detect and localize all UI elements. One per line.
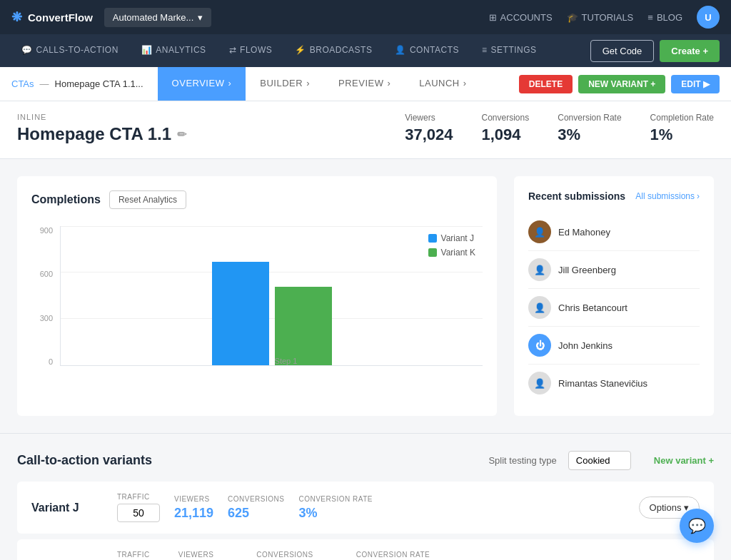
tab-builder-arrow: › — [306, 78, 310, 88]
split-type-select[interactable]: Cookied — [568, 451, 631, 470]
submission-name-5: Rimantas Stanevičius — [558, 378, 647, 389]
list-item: 👤 Chris Betancourt — [528, 289, 700, 327]
submission-name-2: Jill Greenberg — [558, 265, 616, 275]
avatar: 👤 — [528, 372, 551, 394]
settings-icon: ≡ — [482, 45, 488, 55]
variant-j-traffic: TRAFFIC — [117, 493, 160, 522]
nav-item-analytics[interactable]: 📊 ANALYTICS — [131, 36, 216, 66]
all-submissions-text: All submissions — [635, 191, 695, 201]
viewers-label-j: VIEWERS — [174, 495, 213, 503]
tab-preview[interactable]: PREVIEW › — [324, 67, 405, 101]
create-button[interactable]: Create + — [660, 40, 720, 62]
avatar-initial: U — [705, 12, 711, 23]
submission-name-3: Chris Betancourt — [558, 302, 627, 313]
new-variant-link[interactable]: New variant + — [654, 455, 714, 466]
blog-link[interactable]: ≡ BLOG — [647, 12, 682, 23]
delete-button[interactable]: DELETE — [519, 75, 573, 93]
variant-card-header: Variant J TRAFFIC VIEWERS 21,119 CONVERS… — [31, 493, 700, 522]
all-submissions-arrow: › — [697, 191, 700, 201]
tab-items: OVERVIEW › BUILDER › PREVIEW › LAUNCH › — [158, 67, 481, 101]
split-testing-label: Split testing type — [488, 455, 556, 466]
tab-actions: DELETE NEW VARIANT + EDIT ▶ — [519, 67, 731, 101]
bar-variant-k — [275, 287, 332, 365]
chart-header: Completions Reset Analytics — [31, 190, 483, 209]
all-submissions-link[interactable]: All submissions › — [635, 191, 700, 201]
x-label-step1: Step 1 — [275, 357, 298, 365]
tab-launch-label: LAUNCH — [419, 78, 459, 88]
user-avatar[interactable]: U — [697, 6, 720, 29]
nav-item-flows[interactable]: ⇄ FLOWS — [219, 36, 283, 66]
secondary-nav-actions: Get Code Create + — [590, 40, 720, 62]
list-item: ⏻ John Jenkins — [528, 327, 700, 365]
nav-item-cta[interactable]: 💬 CALLS-TO-ACTION — [11, 36, 128, 66]
legend-dot-k — [428, 248, 437, 257]
stat-conv-rate-value: 3% — [558, 126, 621, 144]
cta-icon: 💬 — [21, 45, 33, 55]
accounts-label: ACCOUNTS — [500, 12, 553, 23]
partial-viewers: VIEWERS — [178, 551, 214, 560]
tab-overview[interactable]: OVERVIEW › — [158, 67, 246, 101]
logo[interactable]: ❋ ConvertFlow — [11, 9, 93, 25]
legend-label-k: Variant K — [441, 248, 475, 258]
legend-label-j: Variant J — [441, 233, 474, 243]
tab-launch-arrow: › — [463, 78, 467, 88]
contacts-icon: 👤 — [395, 45, 406, 55]
tutorials-icon: 🎓 — [567, 12, 578, 23]
traffic-input-j[interactable] — [117, 504, 160, 522]
accounts-link[interactable]: ⊞ ACCOUNTS — [489, 12, 553, 23]
breadcrumb-current: Homepage CTA 1.1... — [55, 78, 143, 89]
y-label-0: 0 — [31, 357, 53, 366]
submissions-header: Recent submissions All submissions › — [528, 190, 700, 202]
tab-overview-label: OVERVIEW — [172, 78, 225, 88]
tab-launch[interactable]: LAUNCH › — [405, 67, 480, 101]
chart-x-labels: Step 1 — [89, 357, 483, 365]
traffic-label: TRAFFIC — [117, 493, 160, 501]
y-label-900: 900 — [31, 226, 53, 235]
stat-conversion-rate: Conversion Rate 3% — [558, 113, 621, 144]
chat-button[interactable]: 💬 — [680, 509, 714, 543]
partial-traffic: TRAFFIC — [117, 551, 150, 560]
submission-name-4: John Jenkins — [558, 340, 612, 351]
chart-section: Completions Reset Analytics 900 600 300 … — [17, 176, 497, 416]
split-type-container: Cookied — [568, 451, 631, 470]
stat-completion-value: 1% — [650, 126, 714, 144]
nav-item-contacts[interactable]: 👤 CONTACTS — [385, 36, 469, 66]
bar-variant-j — [212, 262, 269, 365]
reset-analytics-button[interactable]: Reset Analytics — [109, 190, 186, 209]
get-code-button[interactable]: Get Code — [590, 40, 655, 62]
tutorials-link[interactable]: 🎓 TUTORIALS — [567, 12, 634, 23]
new-variant-button[interactable]: NEW VARIANT + — [578, 75, 665, 93]
flows-icon: ⇄ — [229, 45, 237, 55]
chart-y-axis: 900 600 300 0 — [31, 226, 53, 383]
tutorials-label: TUTORIALS — [582, 12, 634, 23]
tab-builder[interactable]: BUILDER › — [246, 67, 324, 101]
breadcrumb-parent[interactable]: CTAs — [11, 78, 34, 89]
nav-item-settings[interactable]: ≡ SETTINGS — [472, 36, 547, 66]
breadcrumb: CTAs — Homepage CTA 1.1... — [11, 67, 158, 101]
site-selector[interactable]: Automated Marke... ▾ — [104, 8, 211, 27]
variant-j-conversions: CONVERSIONS 625 — [228, 495, 284, 521]
cta-title-section: INLINE Homepage CTA 1.1 ✏ — [17, 113, 376, 144]
variant-j-conv-rate: CONVERSION RATE 3% — [298, 495, 372, 521]
legend-dot-j — [428, 234, 437, 243]
partial-viewers-label: VIEWERS — [178, 551, 214, 559]
tab-preview-label: PREVIEW — [338, 78, 383, 88]
nav-analytics-label: ANALYTICS — [156, 45, 206, 55]
variants-header: Call-to-action variants Split testing ty… — [17, 451, 714, 470]
chart-legend: Variant J Variant K — [428, 233, 475, 258]
list-item: 👤 Rimantas Stanevičius — [528, 365, 700, 402]
legend-item-k: Variant K — [428, 248, 475, 258]
partial-conversions: CONVERSIONS — [256, 551, 313, 560]
edit-button[interactable]: EDIT ▶ — [671, 75, 720, 93]
logo-text: ConvertFlow — [28, 11, 93, 24]
y-label-600: 600 — [31, 270, 53, 278]
avatar: 👤 — [528, 296, 551, 319]
cta-edit-pencil-icon[interactable]: ✏ — [177, 128, 186, 141]
conv-rate-value-j: 3% — [298, 506, 372, 521]
avatar: 👤 — [528, 220, 551, 243]
stat-viewers: Viewers 37,024 — [405, 113, 453, 144]
avatar: 👤 — [528, 258, 551, 281]
variant-j-name: Variant J — [31, 502, 103, 514]
nav-item-broadcasts[interactable]: ⚡ BROADCASTS — [285, 36, 382, 66]
stat-viewers-value: 37,024 — [405, 126, 453, 144]
